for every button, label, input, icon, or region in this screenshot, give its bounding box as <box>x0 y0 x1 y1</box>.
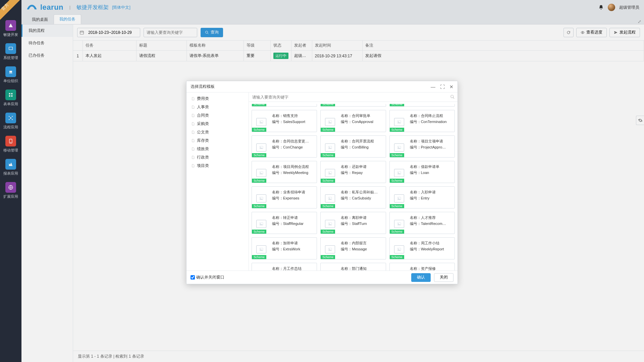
card-name: 名称：合同信息变更… <box>272 138 314 144</box>
template-card[interactable]: Scheme 名称：周工作小结 编号：WeeklyReport <box>389 237 455 259</box>
category-item[interactable]: 人事类 <box>186 103 249 111</box>
template-card[interactable]: Scheme 名称：转正申请 编号：StaffRegular <box>252 212 317 234</box>
image-icon <box>394 194 404 202</box>
card-info: 名称：资产报修 编号：RepairAssets <box>409 263 454 270</box>
template-card[interactable]: Scheme 名称：入职申请 编号：Entry <box>389 186 455 208</box>
template-card[interactable]: Scheme 名称：项目周例会流程 编号：WeeklyMeeting <box>252 161 317 183</box>
confirm-close-checkbox[interactable]: 确认并关闭窗口 <box>191 275 224 280</box>
card-code: 编号：StaffTurn <box>341 221 383 227</box>
image-icon <box>394 220 404 228</box>
svg-point-35 <box>260 172 261 173</box>
card-info: 名称：月工作总结 编号：MonthlyReport <box>271 263 317 270</box>
image-icon <box>394 169 404 177</box>
scheme-tag: Scheme <box>252 128 266 132</box>
scheme-tag: Scheme <box>390 153 404 157</box>
card-name: 名称：合同审批单 <box>341 113 383 119</box>
category-item[interactable]: 公文类 <box>186 128 249 136</box>
card-name: 名称：项目周例会流程 <box>272 164 314 170</box>
card-code: 编号：ConApproval <box>341 119 383 125</box>
card-code: 编号：ConTermination <box>410 119 452 125</box>
category-item[interactable]: 库存类 <box>186 136 249 145</box>
category-item[interactable]: 绩效类 <box>186 145 249 153</box>
template-card[interactable]: Scheme 名称：业务招待申请 编号：Expenses <box>252 186 317 208</box>
card-code: 编号：ConBilling <box>341 144 383 150</box>
minimize-icon[interactable]: — <box>431 84 435 89</box>
template-card[interactable]: Scheme 名称：月工作总结 编号：MonthlyReport <box>252 263 317 270</box>
template-card[interactable]: Scheme 名称：合同审批单 编号：ConApproval <box>320 110 386 132</box>
svg-point-23 <box>260 121 261 122</box>
template-card[interactable]: Scheme 名称：项目立项申请 编号：ProjectAppro… <box>389 135 455 158</box>
template-card[interactable]: Scheme 名称：还款申请 编号：Repay <box>320 161 386 183</box>
svg-point-29 <box>260 147 261 147</box>
card-name: 名称：内部留言 <box>341 240 383 246</box>
category-item[interactable]: 项目类 <box>186 162 249 170</box>
card-name: 名称：项目立项申请 <box>410 138 452 144</box>
scheme-tag: Scheme <box>390 255 404 259</box>
scheme-tag: Scheme <box>390 230 404 234</box>
card-code: 编号：StaffRegular <box>272 221 314 227</box>
scheme-tag: Scheme <box>390 179 404 183</box>
template-card[interactable]: Scheme 名称：合同信息变更… 编号：ConChange <box>252 135 317 158</box>
category-label: 行政类 <box>197 155 209 160</box>
template-card[interactable]: Scheme 名称：加班申请 编号：ExtraWork <box>252 237 317 259</box>
card-info: 名称：还款申请 编号：Repay <box>339 161 385 183</box>
category-item[interactable]: 采购类 <box>186 120 249 128</box>
template-card[interactable]: Scheme 名称：资产报修 编号：RepairAssets <box>389 263 455 270</box>
scheme-tag: Scheme <box>321 255 335 259</box>
scheme-tag: Scheme <box>252 230 266 234</box>
template-card[interactable]: Scheme 名称：部门通知 编号：DeptNotice <box>320 263 386 270</box>
category-label: 公文类 <box>197 129 209 135</box>
template-card[interactable]: Scheme 名称：销售支持 编号：SalesSupport <box>252 110 317 132</box>
card-code: 编号：ProjectAppro… <box>410 144 452 150</box>
category-item[interactable]: 合同类 <box>186 111 249 120</box>
template-card[interactable]: Scheme <box>252 104 317 107</box>
scheme-tag: Scheme <box>321 153 335 157</box>
category-item[interactable]: 费用类 <box>186 95 249 103</box>
card-name: 名称：转正申请 <box>272 215 314 221</box>
confirm-close-input[interactable] <box>191 275 195 280</box>
svg-point-43 <box>329 198 330 198</box>
template-card[interactable]: Scheme 名称：借款申请单 编号：Loan <box>389 161 455 183</box>
card-info: 名称：转正申请 编号：StaffRegular <box>271 212 317 234</box>
file-icon <box>191 114 195 117</box>
card-info: 名称：离职申请 编号：StaffTurn <box>339 212 385 234</box>
template-card[interactable]: Scheme 名称：内部留言 编号：Message <box>320 237 386 259</box>
modal-search <box>249 93 458 102</box>
ok-button[interactable]: 确认 <box>411 273 431 282</box>
card-info: 名称：人才推荐 编号：TalentRecom… <box>409 212 454 234</box>
card-name: 名称：销售支持 <box>272 113 314 119</box>
template-card[interactable]: Scheme 名称：私车公用补贴… 编号：CarSubsidy <box>320 186 386 208</box>
file-icon <box>191 97 195 101</box>
card-info: 名称：私车公用补贴… 编号：CarSubsidy <box>339 187 385 208</box>
modal-search-input[interactable] <box>249 93 458 102</box>
card-code: 编号：WeeklyMeeting <box>272 170 314 176</box>
search-icon[interactable] <box>450 95 455 100</box>
template-card[interactable]: Scheme 名称：离职申请 编号：StaffTurn <box>320 212 386 234</box>
card-code: 编号：Expenses <box>272 195 314 201</box>
image-icon <box>394 245 404 253</box>
card-area[interactable]: Scheme Scheme Scheme Scheme 名称：销售支持 编号：S… <box>249 102 458 270</box>
card-name: 名称：加班申请 <box>272 240 314 246</box>
image-icon <box>394 118 404 126</box>
maximize-icon[interactable]: ⛶ <box>440 84 445 89</box>
category-label: 项目类 <box>197 163 209 169</box>
card-info: 名称：销售支持 编号：SalesSupport <box>271 110 317 132</box>
template-card[interactable]: Scheme <box>389 104 455 107</box>
card-info: 名称：合同终止流程 编号：ConTermination <box>409 110 454 132</box>
cancel-button[interactable]: 关闭 <box>434 273 453 282</box>
category-item[interactable]: 行政类 <box>186 153 249 162</box>
template-card[interactable]: Scheme 名称：合同开票流程 编号：ConBilling <box>320 135 386 158</box>
card-code: 编号：ConChange <box>272 144 314 150</box>
category-label: 人事类 <box>197 104 209 110</box>
card-info: 名称：部门通知 编号：DeptNotice <box>339 263 385 270</box>
card-info: 名称：借款申请单 编号：Loan <box>409 161 454 183</box>
template-card[interactable]: Scheme <box>320 104 386 107</box>
svg-point-49 <box>329 223 330 224</box>
card-info: 名称：合同信息变更… 编号：ConChange <box>271 136 317 157</box>
template-card[interactable]: Scheme 名称：人才推荐 编号：TalentRecom… <box>389 212 455 234</box>
template-card[interactable]: Scheme 名称：合同终止流程 编号：ConTermination <box>389 110 455 132</box>
category-label: 采购类 <box>197 121 209 127</box>
close-icon[interactable]: ✕ <box>449 84 453 89</box>
card-code: 编号：Loan <box>410 170 452 176</box>
svg-point-25 <box>329 121 330 122</box>
